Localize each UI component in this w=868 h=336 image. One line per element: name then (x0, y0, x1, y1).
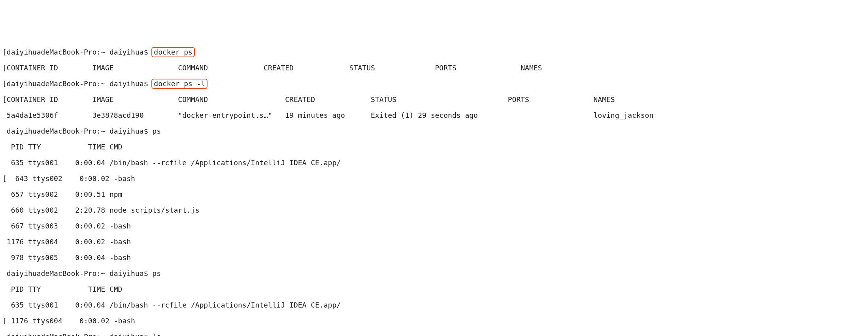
cmd-docker-ps-l: docker ps -l (151, 79, 208, 89)
prompt-line: daiyihuadeMacBook-Pro:~ daiyihua$ ps (2, 270, 866, 277)
prompt: daiyihuadeMacBook-Pro:~ daiyihua$ (7, 127, 152, 135)
prompt: daiyihuadeMacBook-Pro:~ daiyihua$ (7, 332, 152, 336)
ps-row: 657 ttys002 0:00.51 npm (2, 191, 866, 198)
table-row: 5a4da1e5306f 3e3878acd190 "docker-entryp… (7, 111, 653, 119)
ps-row: 660 ttys002 2:20.78 node scripts/start.j… (2, 206, 866, 214)
table-row: 657 ttys002 0:00.51 npm (2, 190, 122, 198)
ps-row: 1176 ttys004 0:00.02 -bash (2, 238, 866, 246)
table-row: 978 ttys005 0:00.04 -bash (2, 253, 131, 262)
table-row: 660 ttys002 2:20.78 node scripts/start.j… (2, 206, 200, 214)
table-row: 1176 ttys004 0:00.02 -bash (2, 238, 131, 246)
ps-row: [ 643 ttys002 0:00.02 -bash (2, 175, 866, 183)
prompt-line: daiyihuadeMacBook-Pro:~ daiyihua$ ps (2, 127, 866, 135)
ps-row: 635 ttys001 0:00.04 /bin/bash --rcfile /… (2, 159, 866, 167)
table-row: 667 ttys003 0:00.02 -bash (2, 222, 131, 230)
cmd-ps: ps (152, 127, 161, 135)
table-row: 635 ttys001 0:00.04 /bin/bash --rcfile /… (2, 301, 341, 309)
prompt-line: [daiyihuadeMacBook-Pro:~ daiyihua$ docke… (2, 80, 866, 88)
ps-header: PID TTY TIME CMD (2, 143, 866, 151)
terminal-output[interactable]: [daiyihuadeMacBook-Pro:~ daiyihua$ docke… (0, 40, 868, 336)
table-row: 635 ttys001 0:00.04 /bin/bash --rcfile /… (2, 159, 341, 167)
ps-header: PID TTY TIME CMD (2, 285, 866, 293)
prompt-line: [daiyihuadeMacBook-Pro:~ daiyihua$ docke… (2, 48, 866, 56)
table-header: CONTAINER ID IMAGE COMMAND CREATED STATU… (7, 64, 542, 72)
ps-row: 978 ttys005 0:00.04 -bash (2, 254, 866, 262)
ps-row: 667 ttys003 0:00.02 -bash (2, 222, 866, 230)
cmd-docker-ps: docker ps (151, 47, 195, 57)
docker-psl-header: [CONTAINER ID IMAGE COMMAND CREATED STAT… (2, 96, 866, 104)
prompt-line: daiyihuadeMacBook-Pro:~ daiyihua$ ls (2, 333, 866, 336)
ps-row: [ 1176 ttys004 0:00.02 -bash (2, 317, 866, 325)
table-header: CONTAINER ID IMAGE COMMAND CREATED STATU… (7, 95, 615, 104)
prompt: daiyihuadeMacBook-Pro:~ daiyihua$ (7, 48, 152, 56)
cmd-ps: ps (152, 269, 161, 277)
docker-ps-header: [CONTAINER ID IMAGE COMMAND CREATED STAT… (2, 64, 866, 72)
ps-row: 635 ttys001 0:00.04 /bin/bash --rcfile /… (2, 301, 866, 309)
prompt: daiyihuadeMacBook-Pro:~ daiyihua$ (7, 269, 152, 277)
table-header: PID TTY TIME CMD (2, 143, 122, 151)
table-header: PID TTY TIME CMD (2, 285, 122, 293)
cmd-ls: ls (152, 332, 161, 336)
table-row: 643 ttys002 0:00.02 -bash (7, 174, 135, 183)
table-row: 1176 ttys004 0:00.02 -bash (7, 317, 135, 325)
docker-psl-row: 5a4da1e5306f 3e3878acd190 "docker-entryp… (2, 111, 866, 119)
prompt: daiyihuadeMacBook-Pro:~ daiyihua$ (7, 79, 152, 88)
